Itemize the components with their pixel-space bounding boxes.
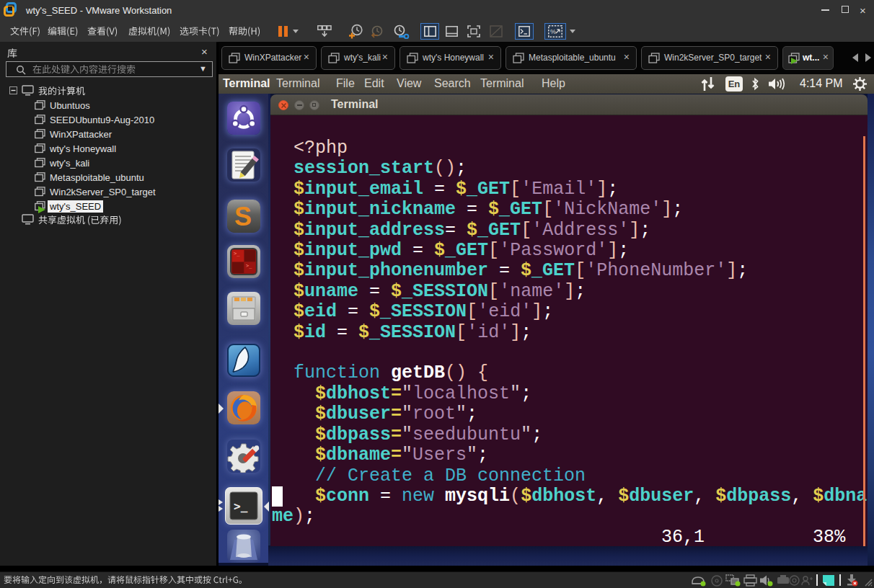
svg-text:>_: >_: [234, 499, 248, 513]
svg-text:%: %: [550, 28, 556, 35]
svg-text:>_: >_: [234, 251, 240, 257]
svg-text:S: S: [234, 202, 252, 231]
svg-text:>_: >_: [246, 263, 252, 269]
